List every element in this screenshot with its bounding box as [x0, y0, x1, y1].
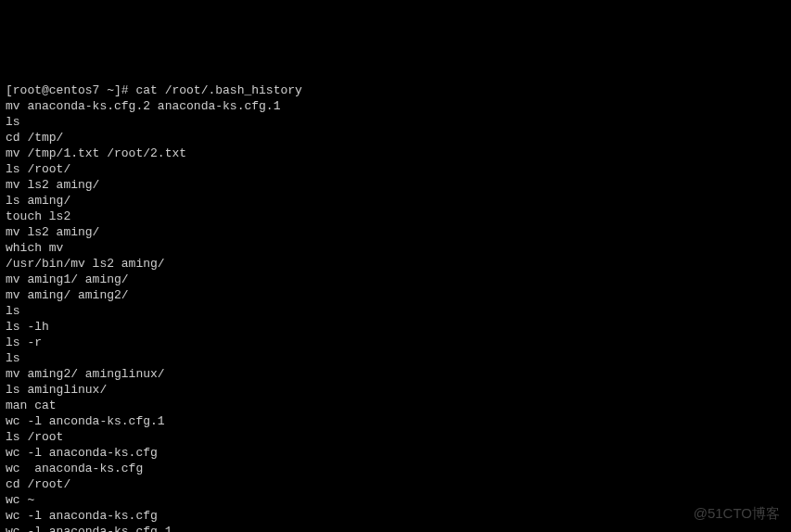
history-line: ls [6, 351, 20, 365]
terminal-output[interactable]: [root@centos7 ~]# cat /root/.bash_histor… [6, 67, 785, 532]
history-line: cd /root/ [6, 477, 70, 491]
history-line: ls aming/ [6, 194, 70, 208]
history-line: wc -l anconda-ks.cfg.1 [6, 414, 165, 428]
history-line: mv aming2/ aminglinux/ [6, 367, 165, 381]
history-line: ls [6, 115, 20, 129]
watermark-text: @51CTO博客 [694, 505, 780, 521]
history-line: mv aming1/ aming/ [6, 272, 129, 286]
history-line: ls [6, 304, 20, 318]
history-line: /usr/bin/mv ls2 aming/ [6, 257, 165, 271]
history-line: mv anaconda-ks.cfg.2 anaconda-ks.cfg.1 [6, 99, 280, 113]
history-line: ls aminglinux/ [6, 383, 107, 397]
history-line: wc ~ [6, 493, 34, 507]
history-line: wc -l anaconda-ks.cfg [6, 446, 158, 460]
history-line: mv /tmp/1.txt /root/2.txt [6, 146, 186, 160]
history-line: mv ls2 aming/ [6, 178, 99, 192]
shell-prompt: [root@centos7 ~]# cat /root/.bash_histor… [6, 83, 302, 97]
history-line: which mv [6, 241, 63, 255]
history-line: cd /tmp/ [6, 131, 63, 145]
history-line: wc anaconda-ks.cfg [6, 462, 143, 475]
history-line: touch ls2 [6, 209, 70, 223]
history-line: mv aming/ aming2/ [6, 288, 129, 302]
history-line: ls -lh [6, 320, 49, 334]
history-line: ls -r [6, 336, 42, 349]
history-line: ls /root [6, 430, 63, 444]
history-line: mv ls2 aming/ [6, 225, 99, 239]
history-line: wc -l anaconda-ks.cfg [6, 509, 158, 523]
history-line: ls /root/ [6, 162, 70, 176]
history-line: wc -l anaconda-ks.cfg.1 [6, 525, 172, 532]
history-line: man cat [6, 399, 57, 412]
